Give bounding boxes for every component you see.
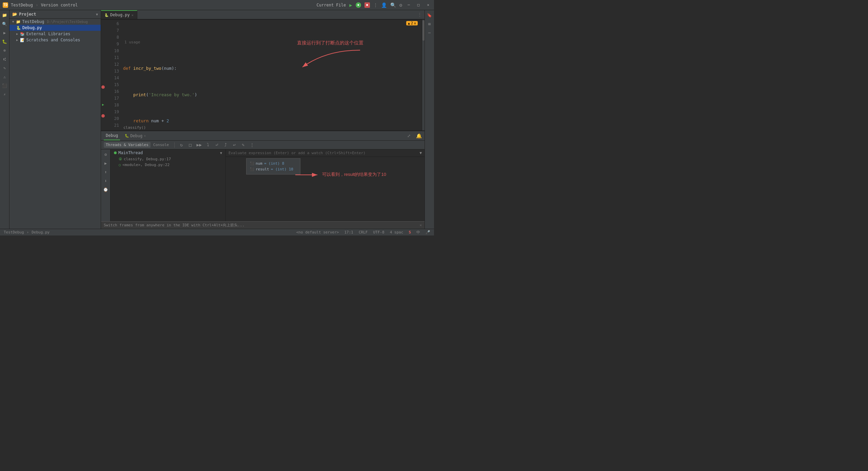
- settings-icon[interactable]: ⚙: [399, 2, 402, 8]
- vcs-label[interactable]: Version control: [41, 3, 78, 7]
- debug-content: ⚙ ▶ ⬆ ⬇ ⌚ MainThread ▼ ⦿ classify, Deb: [101, 149, 425, 221]
- code-content[interactable]: 1 usage def incr_by_two(num): print('Inc…: [122, 20, 422, 130]
- sidebar-icon-terminal[interactable]: ⬛: [1, 82, 8, 89]
- editor-scrollbar[interactable]: [422, 20, 425, 130]
- filetree-scratches[interactable]: ▶ 📝 Scratches and Consoles: [9, 37, 101, 43]
- var-icon-num: ⬛: [250, 162, 254, 165]
- tab-console[interactable]: Console: [151, 142, 171, 148]
- right-icon-more[interactable]: ⋯: [426, 29, 433, 37]
- status-lang-icon[interactable]: S: [408, 230, 412, 234]
- filetree-external-libs[interactable]: ▶ 📚 External Libraries: [9, 31, 101, 37]
- editor-scrollbar-thumb[interactable]: [422, 20, 425, 41]
- sidebar-icon-run[interactable]: ▶: [1, 29, 8, 37]
- stop-button[interactable]: ■: [364, 2, 370, 8]
- ln-10: 10: [106, 47, 119, 54]
- frame-module[interactable]: ○ <module>, Debug.py:22: [111, 162, 225, 168]
- record-button[interactable]: ●: [356, 2, 361, 8]
- extlibs-arrow: ▶: [16, 32, 18, 36]
- gutter-17: [101, 84, 106, 90]
- toolbar-btn-stepinto[interactable]: ⤶: [213, 142, 220, 148]
- ln-16: 16: [106, 88, 119, 95]
- status-zh-icon[interactable]: 中: [415, 230, 421, 235]
- run-config-label[interactable]: Current File: [317, 3, 346, 7]
- annotation-arrow-1: [292, 47, 367, 74]
- usage-text-1: 1 usage: [123, 40, 140, 45]
- bottom-sidebar-icon-2[interactable]: ▶: [102, 160, 110, 167]
- more-options-button[interactable]: ⋮: [373, 2, 378, 7]
- code-area[interactable]: ▶ 6 7 8 9 10 11 12 13 14 1: [101, 20, 425, 130]
- bottom-sidebar-icon-5[interactable]: ⌚: [102, 186, 110, 193]
- toolbar-btn-restore[interactable]: ↻: [178, 142, 185, 148]
- right-icon-bookmark[interactable]: 🔖: [426, 12, 433, 19]
- toolbar-btn-edit[interactable]: ✎: [240, 142, 246, 148]
- kw-return-1: return: [133, 118, 151, 124]
- sidebar-icon-find[interactable]: 🔍: [1, 20, 8, 28]
- toolbar-btn-resume[interactable]: ▶▶: [196, 142, 202, 148]
- toolbar-btn-more[interactable]: ⋮: [249, 142, 255, 148]
- close-button[interactable]: ✕: [425, 2, 431, 8]
- sidebar-icon-vcs[interactable]: ⑆: [1, 56, 8, 63]
- tab-more-button[interactable]: ⋮: [418, 12, 425, 17]
- status-position[interactable]: 17:1: [343, 230, 355, 234]
- project-header[interactable]: 📂 Project ▼: [9, 10, 101, 19]
- bottom-sidebar-icon-4[interactable]: ⬇: [102, 177, 110, 185]
- gutter-16: [101, 78, 106, 84]
- sidebar-icon-todo[interactable]: ✎: [1, 64, 8, 72]
- user-icon[interactable]: 👤: [381, 2, 387, 8]
- bottom-sidebar-icon-3[interactable]: ⬆: [102, 168, 110, 176]
- status-crlf[interactable]: CRLF: [358, 230, 369, 234]
- sidebar-icon-project[interactable]: 📁: [1, 12, 8, 19]
- thread-dropdown-icon[interactable]: ▼: [220, 151, 222, 155]
- toolbar-btn-runtoct[interactable]: ↩: [231, 142, 238, 148]
- gutter-12: [101, 55, 106, 61]
- st-incr-str: 'Increase by two.': [149, 91, 194, 98]
- panel-expand-button[interactable]: ⤢: [407, 134, 411, 138]
- gutter-23: [101, 119, 106, 125]
- sidebar-icon-debug[interactable]: 🐛: [1, 38, 8, 45]
- toolbar-btn-stepover[interactable]: ⤵: [204, 142, 211, 148]
- panel-bell-icon[interactable]: 🔔: [416, 133, 422, 139]
- tab-debug-py[interactable]: 🐍 Debug.py ✕: [101, 10, 137, 19]
- status-encoding[interactable]: UTF-8: [372, 230, 386, 234]
- toolbar-btn-stepout[interactable]: ⤴: [222, 142, 229, 148]
- toolbar-btn-stop[interactable]: □: [187, 142, 194, 148]
- maximize-button[interactable]: □: [415, 2, 422, 8]
- debug-tab-1[interactable]: Debug: [104, 131, 120, 140]
- eval-dropdown-icon[interactable]: ▼: [419, 151, 422, 155]
- sidebar-icon-services[interactable]: ⚡: [1, 91, 8, 98]
- debug-tab-2[interactable]: 🐛 Debug ✕: [123, 131, 148, 140]
- status-indent[interactable]: 4 spac: [389, 230, 405, 234]
- toolbar-separator: [174, 142, 175, 148]
- filetree-root[interactable]: ▼ 📁 TestDebug D:\Project\TestDebug: [9, 19, 101, 25]
- ln-9: 9: [106, 41, 119, 47]
- ln-18: 18: [106, 102, 119, 108]
- warning-badge[interactable]: ▲ 2 ∧: [406, 21, 418, 25]
- project-name-label[interactable]: TestDebug: [11, 3, 33, 7]
- eval-bar[interactable]: Evaluate expression (Enter) or add a wat…: [226, 149, 425, 157]
- status-mic-icon[interactable]: 🎤: [425, 230, 431, 234]
- bottom-sidebar-icon-1[interactable]: ⚙: [102, 151, 110, 158]
- run-button[interactable]: ▶: [349, 2, 352, 8]
- ln-6: 6: [106, 20, 119, 27]
- warning-count: 2: [411, 21, 413, 25]
- debug-tab-2-close[interactable]: ✕: [144, 134, 146, 138]
- minimize-button[interactable]: ─: [406, 2, 412, 8]
- project-expand-icon[interactable]: ▼: [96, 13, 98, 16]
- status-project[interactable]: TestDebug: [3, 230, 25, 234]
- frame-module-label: <module>, Debug.py:22: [122, 163, 170, 167]
- tab-close-button[interactable]: ✕: [132, 13, 134, 17]
- extlibs-label: External Libraries: [26, 32, 70, 36]
- frame-icon-2: ○: [119, 163, 121, 167]
- right-icon-structure[interactable]: ⊞: [426, 20, 433, 28]
- frame-classify[interactable]: ⦿ classify, Debug.py:17: [111, 156, 225, 162]
- sidebar-icon-plugins[interactable]: ⊕: [1, 47, 8, 54]
- sidebar-icon-problems[interactable]: ⚠: [1, 73, 8, 81]
- status-no-server[interactable]: <no default server>: [295, 230, 340, 234]
- status-file[interactable]: Debug.py: [31, 230, 51, 234]
- var-row-num: ⬛ num = (int) 8: [250, 161, 297, 166]
- thread-main[interactable]: MainThread ▼: [111, 149, 225, 156]
- search-icon[interactable]: 🔍: [390, 2, 396, 8]
- filetree-debug-py[interactable]: 🐍 Debug.py: [9, 25, 101, 31]
- notification-close-button[interactable]: ✕: [419, 223, 422, 227]
- tab-threads-vars[interactable]: Threads & Variables: [104, 142, 151, 148]
